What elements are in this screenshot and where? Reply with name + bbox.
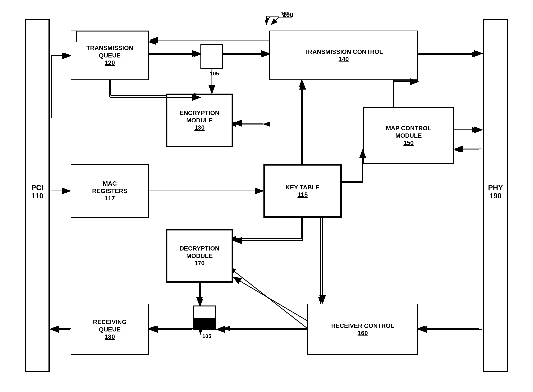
decryption-module-label: DECRYPTIONMODULE (180, 245, 220, 260)
transmission-control-block: TRANSMISSION CONTROL 140 (269, 31, 418, 80)
receiver-control-label: RECEIVER CONTROL (331, 322, 394, 329)
transmission-control-id: 140 (338, 55, 349, 63)
encryption-module-id: 130 (194, 124, 204, 131)
receiving-queue-block: RECEIVINGQUEUE 180 (71, 303, 149, 355)
receiving-queue-id: 180 (105, 333, 115, 340)
mux-bottom (193, 305, 216, 330)
mac-registers-id: 117 (105, 195, 115, 202)
receiving-queue-label: RECEIVINGQUEUE (93, 318, 127, 333)
encryption-module-label: ENCRYPTIONMODULE (180, 109, 220, 124)
mux-top (200, 44, 223, 69)
transmission-queue-label: TRANSMISSIONQUEUE (86, 44, 133, 59)
receiver-control-block: RECEIVER CONTROL 160 (307, 303, 418, 355)
arrow-105-top: 105 (210, 71, 219, 77)
phy-id: 190 (490, 192, 501, 200)
map-control-module-label: MAP CONTROLMODULE (386, 125, 431, 139)
map-control-module-block: MAP CONTROLMODULE 150 (363, 107, 454, 164)
transmission-queue-block: TRANSMISSIONQUEUE 120 (71, 31, 149, 80)
transmission-queue-id: 120 (105, 59, 115, 66)
receiver-control-id: 160 (357, 329, 368, 337)
mac-registers-block: MACREGISTERS 117 (71, 164, 149, 218)
phy-text: PHY (488, 184, 503, 192)
pci-id: 110 (31, 192, 43, 200)
diagram-container: 100 ↙ PCI 110 PHY 190 TRANSMISSIONQUEUE … (0, 0, 533, 392)
phy-label: PHY 190 (484, 177, 507, 206)
arrow-105-bottom: 105 (202, 333, 211, 339)
decryption-module-id: 170 (194, 260, 204, 267)
key-table-id: 115 (297, 191, 308, 198)
key-table-label: KEY TABLE (286, 184, 320, 191)
transmission-control-label: TRANSMISSION CONTROL (304, 48, 383, 55)
pci-label: PCI 110 (25, 177, 49, 206)
pci-text: PCI (31, 184, 43, 192)
decryption-module-block: DECRYPTIONMODULE 170 (166, 229, 233, 283)
mac-registers-label: MACREGISTERS (92, 180, 128, 195)
map-control-module-id: 150 (403, 139, 413, 146)
encryption-module-block: ENCRYPTIONMODULE 130 (166, 93, 233, 147)
key-table-block: KEY TABLE 115 (264, 164, 342, 218)
svg-line-28 (229, 267, 307, 328)
